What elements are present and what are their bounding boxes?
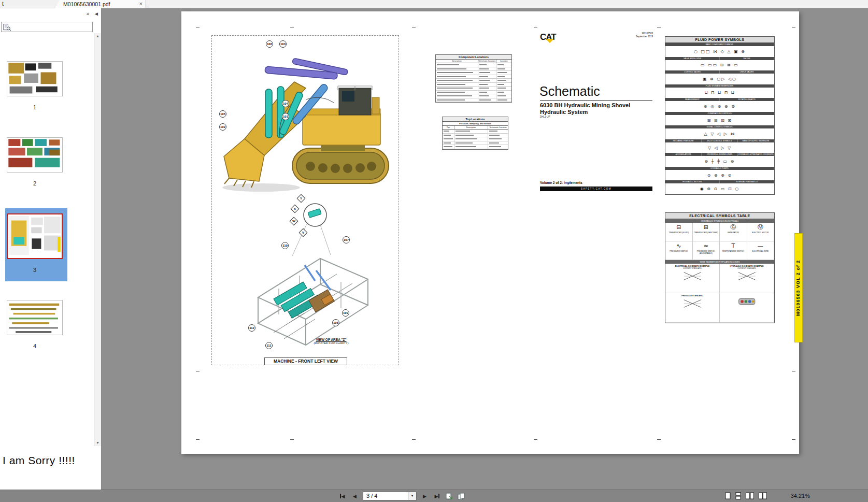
registration-mark <box>534 439 537 440</box>
registration-mark <box>534 27 537 27</box>
safety-banner: SAFETY.CAT.COM <box>540 187 652 191</box>
registration-mark <box>290 27 294 27</box>
facing-pages-view-icon[interactable] <box>746 492 754 499</box>
symbol-glyphs: ○ □□ ⋈ ◇ △ ▣ ⊕ <box>665 46 774 57</box>
first-page-button[interactable]: ◀ <box>338 492 347 500</box>
model-subtitle: 6030 BH Hydraulic Mining Shovel Hydrauli… <box>540 102 630 115</box>
table-title: Top Locations <box>443 117 508 122</box>
sidebar-note-text: I am Sorry !!!!! <box>3 454 75 467</box>
symbol-glyphs: ▽ ◁ ▷ ▽ <box>665 142 774 153</box>
table-row <box>436 83 511 87</box>
wire-id-example: PREVIOUS STANDARD <box>665 293 720 323</box>
electrical-symbol: ⒼGENERATOR <box>720 223 747 241</box>
serial-number: DHL1-UP <box>540 116 550 118</box>
registration-mark <box>792 371 795 371</box>
status-bar: ◀ ◀ 3 / 4 ▼ ▶ ▶ 34.21% <box>0 490 868 502</box>
sidebar-scrollbar[interactable]: ▴ ▾ <box>94 33 101 446</box>
page-number-input[interactable]: 3 / 4 ▼ <box>363 492 417 500</box>
sidebar-collapse-controls: » ◄ <box>83 11 99 17</box>
registration-mark <box>657 439 661 440</box>
thumbnail-list: 1234 <box>0 33 93 438</box>
page-search-icon[interactable] <box>3 23 11 32</box>
volume-banner: M0106563 VOL 2 of 2 <box>794 233 803 342</box>
thumbnail-page-4[interactable]: 4 <box>5 295 67 357</box>
table-header: Description <box>454 126 489 129</box>
fluid-symbols-title: FLUID POWER SYMBOLS <box>665 37 774 43</box>
table-row <box>436 63 511 67</box>
duplicate-page-icon[interactable] <box>457 492 465 500</box>
scroll-down-icon[interactable]: ▾ <box>94 440 101 446</box>
electrical-symbol: ⊞TRANSDUCER (GAS TEMP) <box>693 223 720 241</box>
pdf-canvas[interactable]: VIEW OF AREA "Z" (ROTATED FOR CLARITY) M… <box>102 8 868 490</box>
cat-logo-triangle <box>546 39 554 43</box>
registration-mark <box>412 439 416 440</box>
table-row <box>443 137 508 141</box>
electrical-symbol: ≈PRESSURE SWITCH (ADJUSTABLE) <box>693 241 720 260</box>
electrical-symbol: ⊟TRANSDUCER (FLUID) <box>665 223 693 241</box>
thumbnail-page-3[interactable]: 3 <box>5 208 67 281</box>
wire-id-example <box>720 293 774 323</box>
table-row <box>436 71 511 75</box>
previous-page-button[interactable]: ◀ <box>350 492 359 500</box>
registration-mark <box>792 27 795 27</box>
table-row <box>443 145 508 149</box>
symbol-glyphs: ⊙ ⊕ ⊛ ⊙ <box>665 170 774 181</box>
export-page-icon[interactable] <box>445 492 453 500</box>
next-page-button[interactable]: ▶ <box>420 492 429 500</box>
page-number-value: 3 / 4 <box>363 492 408 500</box>
document-tab[interactable]: M01065630001.pdf × <box>55 0 146 8</box>
table-title: Component Locations <box>436 55 511 60</box>
expand-panel-icon[interactable]: » <box>87 11 90 17</box>
table-row <box>443 141 508 146</box>
table-header: Description <box>436 60 478 63</box>
thumbnail-label: 2 <box>7 180 63 187</box>
callout-106: 106 <box>266 40 273 48</box>
callout-109: 109 <box>342 309 349 317</box>
fluid-power-symbols-table: FLUID POWER SYMBOLS BASIC COMPONENT SYMB… <box>665 36 775 195</box>
wire-id-group-header: WIRE NUMBER IDENTIFICATION CODES <box>665 260 774 264</box>
table-row <box>436 75 511 79</box>
callout-111: 111 <box>265 342 273 349</box>
thumbnail-page-1[interactable]: 1 <box>5 56 67 119</box>
symbol-glyphs: ⊔ ⊓ ⊔ ⊓ ⊔ <box>665 88 774 98</box>
tab-bar: t M01065630001.pdf × <box>0 0 868 8</box>
zoom-level: 34.21% <box>791 493 810 499</box>
machine-view-caption: MACHINE - FRONT LEFT VIEW <box>264 357 347 365</box>
scroll-up-icon[interactable]: ▴ <box>94 33 101 39</box>
title-rule <box>540 100 652 101</box>
component-locations-table: Component Locations DescriptionSchematic… <box>435 54 512 103</box>
table-row <box>436 98 511 103</box>
sidebar-toolbar <box>1 22 93 32</box>
electrical-symbols-title: ELECTRICAL SYMBOLS TABLE <box>665 213 774 219</box>
thumbnail-page-2[interactable]: 2 <box>5 132 67 195</box>
registration-mark <box>196 439 200 440</box>
callout-112: 112 <box>248 324 255 332</box>
last-page-button[interactable]: ▶ <box>433 492 442 500</box>
electrical-symbols-table: ELECTRICAL SYMBOLS TABLE HYDRAULIC SYMBO… <box>665 212 775 323</box>
schematic-title: Schematic <box>539 84 600 99</box>
page-dropdown-icon[interactable]: ▼ <box>408 492 416 500</box>
implement-frame-illustration <box>243 193 373 354</box>
symbol-glyphs: ⊙ ◎ ⊘ ⊖ ⊚ <box>665 101 774 112</box>
symbol-glyphs: △ ▽ ◁ ▷ ⋈ <box>665 128 774 139</box>
doc-id: M0106563 September 2019 <box>606 32 653 38</box>
registration-mark <box>657 27 661 27</box>
tab-close-icon[interactable]: × <box>139 1 143 7</box>
symbol-glyphs: ◉ ⊛ ⊙ ▭ ⊡ ○ <box>665 183 774 194</box>
symbol-glyphs: ⊞ ⊟ ⊡ ⊠ <box>665 115 774 126</box>
collapse-panel-icon[interactable]: ◄ <box>94 11 99 17</box>
table-subtitle: Pressure, Sampling, and Sensor <box>443 122 508 126</box>
registration-mark <box>196 27 200 27</box>
single-page-view-icon[interactable] <box>725 492 731 499</box>
callout-104: 104 <box>282 100 289 107</box>
doc-date: September 2019 <box>606 35 653 38</box>
thumbnail-label: 3 <box>7 267 63 273</box>
continuous-view-icon[interactable] <box>735 492 741 499</box>
callout-110: 110 <box>281 242 289 249</box>
book-view-icon[interactable] <box>759 492 767 499</box>
symbol-glyphs: ▣ ⊗ ○▷ ◁○ <box>665 74 774 84</box>
callout-103: 103 <box>279 40 287 48</box>
registration-mark <box>792 439 795 440</box>
table-row <box>436 79 511 83</box>
thumbnail-image <box>7 300 63 335</box>
